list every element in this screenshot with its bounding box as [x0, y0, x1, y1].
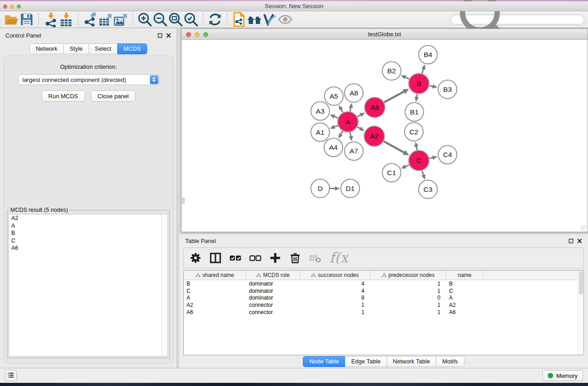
open-session-button[interactable] [4, 13, 19, 26]
cell-MCDS-role[interactable]: dominator [246, 295, 300, 301]
edge-B-B2[interactable] [405, 77, 409, 79]
cell-name[interactable]: C [446, 288, 483, 294]
cell-name[interactable]: A2 [446, 302, 483, 308]
node-C4[interactable]: C4 [438, 145, 457, 164]
edge-A-A7[interactable] [350, 132, 351, 137]
column-header-name[interactable]: name [446, 271, 483, 280]
minimize-window-button[interactable] [10, 5, 14, 9]
new-network-from-selection-button[interactable] [231, 13, 247, 26]
node-B2[interactable]: B2 [382, 62, 401, 80]
table-row[interactable]: Bdominator41B [184, 280, 583, 287]
edge-A-A8[interactable] [350, 107, 351, 111]
float-table-panel-icon[interactable] [569, 238, 574, 243]
edge-A-A6[interactable] [357, 115, 361, 117]
close-table-panel-icon[interactable] [577, 238, 582, 243]
edge-A-A3[interactable] [334, 116, 338, 118]
edge-A-A1[interactable] [334, 125, 338, 127]
show-columns-button[interactable] [209, 252, 222, 264]
edge-A-A2[interactable] [357, 127, 360, 129]
cell-name[interactable]: A6 [446, 309, 483, 315]
canvas-edge-grip[interactable] [182, 198, 185, 204]
table-settings-button[interactable] [189, 252, 202, 264]
node-A2[interactable]: A2 [364, 126, 384, 147]
table-row[interactable]: Cdominator41C [184, 287, 583, 295]
mcds-result-scrollbar[interactable] [161, 214, 167, 356]
close-panel-icon[interactable] [166, 33, 171, 38]
node-C[interactable]: C [409, 150, 429, 171]
cell-predecessor-nodes[interactable]: 1 [370, 309, 446, 315]
zoom-out-button[interactable] [153, 13, 168, 26]
mcds-result-item[interactable]: B [9, 229, 161, 237]
zoom-fit-button[interactable] [168, 13, 183, 26]
cell-name[interactable]: A [446, 295, 483, 301]
node-A5[interactable]: A5 [325, 87, 343, 105]
node-A4[interactable]: A4 [324, 138, 343, 157]
mcds-result-item[interactable]: A6 [9, 244, 161, 252]
node-B4[interactable]: B4 [419, 45, 437, 64]
node-A7[interactable]: A7 [344, 142, 363, 160]
close-panel-button[interactable]: Close panel [91, 91, 136, 102]
tab-edge-table[interactable]: Edge Table [345, 356, 387, 367]
network-graph[interactable]: B4B2BB3A8A5A6A3B1AA1C2A2A4A7C4CC1C3DD1 [182, 40, 587, 231]
export-table-button[interactable] [98, 13, 113, 26]
export-network-button[interactable] [82, 13, 98, 26]
network-zoom-button[interactable] [203, 32, 208, 37]
cell-successor-nodes[interactable]: 4 [300, 281, 370, 287]
cell-shared-name[interactable]: A2 [184, 302, 246, 308]
edge-B-B3[interactable] [429, 86, 433, 86]
node-D1[interactable]: D1 [341, 179, 359, 198]
tab-motifs[interactable]: Motifs [436, 356, 464, 367]
node-C2[interactable]: C2 [405, 123, 423, 141]
edge-C-C4[interactable] [429, 157, 433, 158]
cell-name[interactable]: B [446, 281, 483, 287]
edge-B-B1[interactable] [416, 94, 417, 98]
cell-successor-nodes[interactable]: 8 [300, 295, 370, 301]
search-input[interactable] [521, 16, 580, 23]
task-history-button[interactable] [5, 370, 17, 381]
zoom-in-button[interactable] [137, 13, 153, 26]
edge-C-C3[interactable] [422, 171, 423, 175]
tab-mcds[interactable]: MCDS [117, 43, 147, 54]
memory-button[interactable]: Memory [542, 370, 583, 381]
cell-predecessor-nodes[interactable]: 0 [370, 295, 446, 301]
edge-A6-B[interactable] [384, 91, 405, 102]
tab-select[interactable]: Select [89, 43, 118, 54]
table-row[interactable]: Adominator80A [184, 294, 583, 301]
column-header-MCDS-role[interactable]: MCDS role [246, 271, 300, 280]
show-graphics-details-button[interactable] [262, 13, 277, 26]
column-header-predecessor-nodes[interactable]: predecessor nodes [370, 271, 446, 280]
cell-predecessor-nodes[interactable]: 1 [370, 302, 446, 308]
create-column-button[interactable] [269, 252, 282, 264]
table-scrollbar[interactable] [578, 271, 583, 355]
zoom-selected-button[interactable] [183, 13, 199, 26]
table-row[interactable]: A6connector11A6 [184, 309, 583, 316]
cell-successor-nodes[interactable]: 1 [300, 302, 370, 308]
zoom-window-button[interactable] [17, 5, 21, 9]
edge-A2-C[interactable] [384, 141, 405, 152]
node-B[interactable]: B [409, 73, 429, 94]
tab-style[interactable]: Style [63, 43, 89, 54]
cell-MCDS-role[interactable]: connector [246, 309, 300, 315]
import-table-button[interactable] [58, 13, 74, 26]
mcds-result-item[interactable]: A2 [9, 214, 161, 222]
node-A8[interactable]: A8 [344, 84, 363, 102]
network-canvas[interactable]: B4B2BB3A8A5A6A3B1AA1C2A2A4A7C4CC1C3DD1 [182, 40, 587, 231]
import-network-button[interactable] [43, 13, 58, 26]
hide-details-button[interactable] [277, 13, 293, 26]
node-D[interactable]: D [311, 179, 330, 198]
export-image-button[interactable] [113, 13, 129, 26]
cell-successor-nodes[interactable]: 1 [300, 309, 370, 315]
cell-predecessor-nodes[interactable]: 1 [370, 288, 446, 294]
mcds-result-list[interactable]: A2ABCA6 [9, 214, 161, 356]
select-all-columns-button[interactable] [229, 252, 242, 264]
edge-C-C1[interactable] [405, 165, 409, 167]
cell-shared-name[interactable]: A6 [184, 309, 246, 315]
delete-table-button[interactable] [309, 252, 321, 264]
mcds-result-item[interactable]: C [9, 237, 161, 245]
table-row[interactable]: A2connector11A2 [184, 301, 583, 309]
node-A1[interactable]: A1 [311, 123, 330, 142]
cell-MCDS-role[interactable]: dominator [246, 288, 300, 294]
close-window-button[interactable] [3, 5, 7, 9]
save-session-button[interactable] [19, 13, 34, 26]
tab-network-table[interactable]: Network Table [387, 356, 436, 367]
